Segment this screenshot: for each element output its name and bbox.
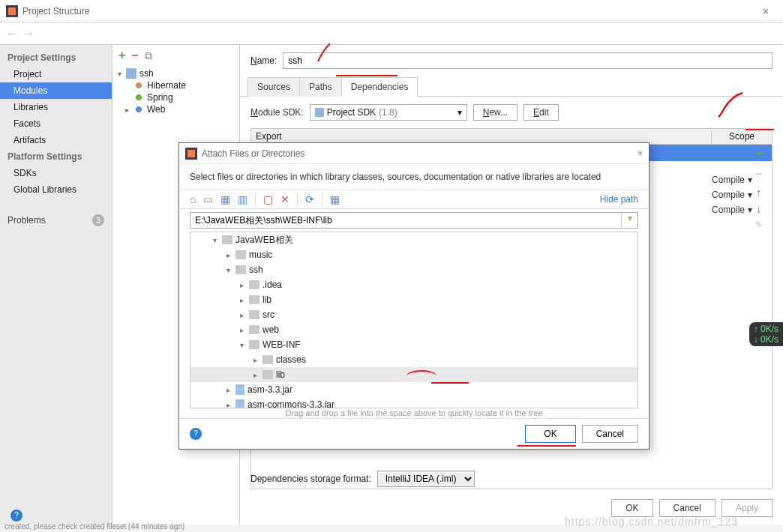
col-export: Export <box>251 129 712 144</box>
delete-icon[interactable]: ✕ <box>280 193 290 205</box>
scope-select[interactable]: Compile▾ <box>712 190 752 200</box>
refresh-icon[interactable]: ⟳ <box>305 193 314 205</box>
module-sdk-select[interactable]: Project SDK (1.8) ▾ <box>310 104 467 121</box>
module-node-spring[interactable]: Spring <box>112 91 239 103</box>
sidebar-item-libraries[interactable]: Libraries <box>0 99 112 115</box>
name-input[interactable] <box>283 52 772 69</box>
help-icon[interactable]: ? <box>10 510 22 522</box>
cancel-button[interactable]: Cancel <box>659 499 716 517</box>
folder-icon <box>315 108 324 117</box>
module-sdk-label: Module SDK: <box>250 107 304 118</box>
sdk-edit-button[interactable]: Edit <box>524 104 559 121</box>
tree-node[interactable]: ▸.idea <box>190 277 638 292</box>
project-settings-header: Project Settings <box>0 49 112 66</box>
sidebar-item-project[interactable]: Project <box>0 66 112 82</box>
edit-dependency-icon[interactable]: ✎ <box>755 220 763 230</box>
name-label: Name: <box>250 55 277 66</box>
network-speed-overlay: ↑ 0K/s ↓ 0K/s <box>749 322 783 346</box>
tree-node[interactable]: ▸asm-commons-3.3.jar <box>190 397 638 408</box>
apply-button[interactable]: Apply <box>722 499 772 517</box>
web-icon <box>134 104 144 115</box>
sidebar-item-modules[interactable]: Modules <box>0 82 112 99</box>
sidebar-item-artifacts[interactable]: Artifacts <box>0 132 112 148</box>
remove-dependency-icon[interactable]: − <box>754 166 763 182</box>
sidebar-item-facets[interactable]: Facets <box>0 115 112 132</box>
dialog-title: Attach Files or Directories <box>202 148 638 159</box>
ok-button[interactable]: OK <box>611 499 652 517</box>
module-icon[interactable]: ▥ <box>238 193 248 205</box>
copy-module-icon[interactable]: ⧉ <box>145 49 152 62</box>
spring-icon <box>134 92 144 103</box>
history-icon[interactable]: ▾ <box>621 213 638 228</box>
dialog-close-icon[interactable]: × <box>638 148 643 159</box>
move-down-icon[interactable]: ↓ <box>756 203 761 215</box>
nav-forward-icon[interactable]: → <box>22 27 34 40</box>
nav-back-icon[interactable]: ← <box>6 27 18 40</box>
tree-node[interactable]: ▸asm-3.3.jar <box>190 382 638 397</box>
storage-label: Dependencies storage format: <box>250 474 371 484</box>
close-icon[interactable]: × <box>754 5 777 17</box>
dialog-ok-button[interactable]: OK <box>525 425 575 443</box>
tree-node[interactable]: ▸web <box>190 322 638 337</box>
dialog-cancel-button[interactable]: Cancel <box>582 425 638 443</box>
tab-dependencies[interactable]: Dependencies <box>341 77 418 97</box>
platform-settings-header: Platform Settings <box>0 148 112 165</box>
file-tree[interactable]: ▾JavaWEB相关▸music▾ssh▸.idea▸lib▸src▸web▾W… <box>190 232 638 408</box>
tab-sources[interactable]: Sources <box>248 77 300 97</box>
tree-node[interactable]: ▾WEB-INF <box>190 337 638 352</box>
attach-dialog: Attach Files or Directories × Select fil… <box>178 142 650 450</box>
module-node-hibernate[interactable]: Hibernate <box>112 79 239 91</box>
tree-node[interactable]: ▾JavaWEB相关 <box>190 232 638 247</box>
sidebar-item-problems[interactable]: Problems 3 <box>0 208 112 232</box>
tab-paths[interactable]: Paths <box>299 77 342 97</box>
tree-node[interactable]: ▸music <box>190 247 638 262</box>
dialog-hint: Drag and drop a file into the space abov… <box>179 408 649 417</box>
tree-node[interactable]: ▾ssh <box>190 262 638 277</box>
hide-path-link[interactable]: Hide path <box>600 194 638 205</box>
remove-module-icon[interactable]: − <box>131 49 138 62</box>
window-title: Project Structure <box>22 6 754 16</box>
sdk-new-button[interactable]: New... <box>473 104 518 121</box>
col-scope: Scope <box>712 129 772 144</box>
problems-label: Problems <box>8 215 46 226</box>
svg-rect-1 <box>8 7 16 15</box>
storage-select[interactable]: IntelliJ IDEA (.iml) <box>377 471 475 487</box>
dialog-description: Select files or directories in which lib… <box>179 164 649 190</box>
problems-count-badge: 3 <box>92 214 104 226</box>
tree-node[interactable]: ▸classes <box>190 352 638 367</box>
move-up-icon[interactable]: ↑ <box>756 187 761 199</box>
top-navbar: ← → <box>0 22 783 45</box>
tree-node[interactable]: ▸lib <box>190 292 638 307</box>
new-folder-icon[interactable]: ▢ <box>263 193 273 205</box>
chevron-down-icon: ▾ <box>458 107 462 118</box>
tree-node[interactable]: ▸src <box>190 307 638 322</box>
sidebar-item-global-libraries[interactable]: Global Libraries <box>0 181 112 198</box>
module-node-web[interactable]: ▸Web <box>112 103 239 115</box>
scope-select[interactable]: Compile▾ <box>712 205 752 215</box>
desktop-icon[interactable]: ▭ <box>203 193 213 205</box>
module-node-ssh[interactable]: ▾ ssh <box>112 67 239 79</box>
home-icon[interactable]: ⌂ <box>190 193 196 205</box>
path-input[interactable] <box>190 213 621 228</box>
add-module-icon[interactable]: + <box>118 49 125 62</box>
show-hidden-icon[interactable]: ▦ <box>330 193 340 205</box>
settings-sidebar: Project Settings Project Modules Librari… <box>0 45 112 525</box>
sidebar-item-sdks[interactable]: SDKs <box>0 165 112 181</box>
svg-rect-3 <box>188 150 195 157</box>
add-dependency-icon[interactable]: + <box>754 146 763 162</box>
folder-icon <box>126 68 136 79</box>
app-icon <box>185 148 197 160</box>
scope-select[interactable]: Compile▾ <box>712 175 752 185</box>
window-titlebar: Project Structure × <box>0 0 783 22</box>
watermark: https://blog.csdn.net/dmfrm_123 <box>565 516 738 528</box>
app-icon <box>6 5 18 17</box>
project-icon[interactable]: ▦ <box>220 193 230 205</box>
hibernate-icon <box>134 80 144 91</box>
dialog-help-icon[interactable]: ? <box>190 428 202 440</box>
